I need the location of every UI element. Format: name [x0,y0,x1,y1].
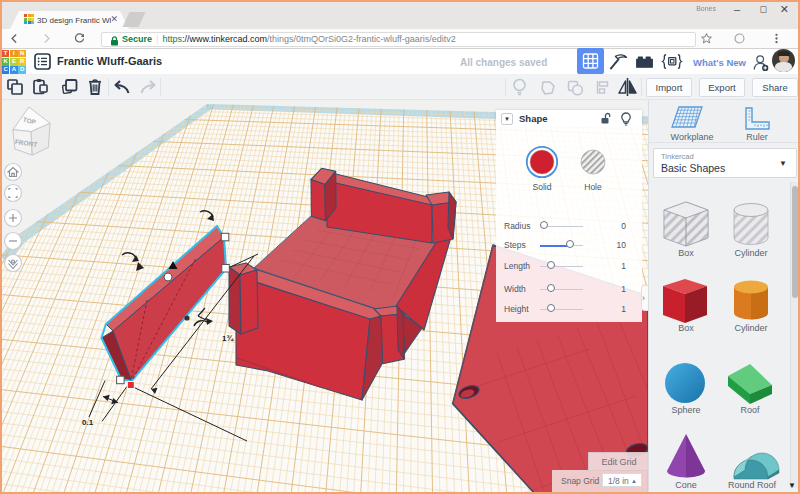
svg-text:Hole: Hole [584,182,602,192]
svg-text:Cone: Cone [675,480,697,490]
svg-text:Roof: Roof [740,405,760,415]
svg-text:Box: Box [678,248,694,258]
svg-text:Sphere: Sphere [671,405,700,415]
svg-text:0.1: 0.1 [82,418,94,427]
svg-text:Cylinder: Cylinder [734,248,767,258]
svg-text:1¾: 1¾ [222,334,234,343]
svg-text:Cylinder: Cylinder [734,323,767,333]
svg-text:Box: Box [678,323,694,333]
svg-text:Round Roof: Round Roof [728,480,777,490]
svg-text:Solid: Solid [533,182,552,192]
